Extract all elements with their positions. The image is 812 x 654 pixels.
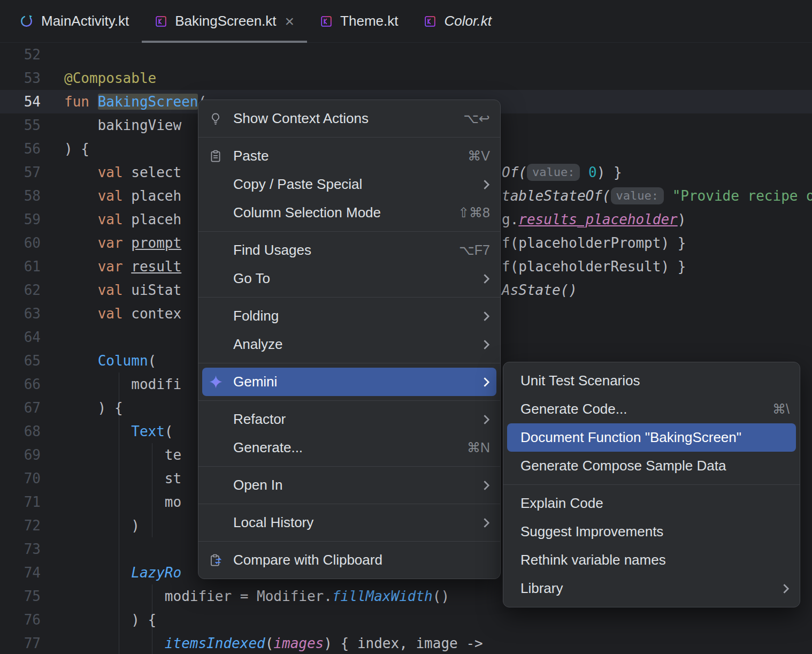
tab-mainactivity-kt[interactable]: MainActivity.kt xyxy=(6,0,142,42)
kotlin-icon xyxy=(155,15,167,28)
menu-item-label: Compare with Clipboard xyxy=(233,552,490,568)
tab-label: Theme.kt xyxy=(340,13,398,29)
code-token: ) { xyxy=(64,400,123,416)
menu-item-compare-with-clipboard[interactable]: Compare with Clipboard xyxy=(202,546,496,574)
tab-theme-kt[interactable]: Theme.kt xyxy=(307,0,411,42)
code-token: ) { xyxy=(64,612,156,628)
code-token: { index, image -> xyxy=(332,635,483,651)
code-token: images xyxy=(273,635,324,651)
menu-item-paste[interactable]: Paste⌘V xyxy=(202,142,496,170)
menu-item-refactor[interactable]: Refactor xyxy=(202,405,496,434)
line-number: 70 xyxy=(0,467,64,490)
code-text: @Composable xyxy=(64,70,156,86)
tab-label: MainActivity.kt xyxy=(41,13,129,29)
menu-item-copy-paste-special[interactable]: Copy / Paste Special xyxy=(202,170,496,199)
code-token: uiStat xyxy=(131,282,181,298)
line-number: 68 xyxy=(0,420,64,443)
code-text: ) { xyxy=(64,400,123,416)
chevron-right-icon xyxy=(483,273,490,284)
code-token: fun xyxy=(64,94,98,110)
code-text: LazyRo xyxy=(64,565,181,581)
code-text: te xyxy=(64,447,181,463)
line-number: 72 xyxy=(0,514,64,537)
menu-item-local-history[interactable]: Local History xyxy=(202,508,496,537)
menu-item-label: Explain Code xyxy=(520,495,790,512)
code-token: Column xyxy=(98,353,148,369)
menu-item-label: Refactor xyxy=(233,411,467,428)
code-text: mo xyxy=(64,494,181,510)
compose-icon xyxy=(19,14,34,28)
code-token: st xyxy=(64,470,181,486)
menu-separator xyxy=(198,400,500,401)
menu-item-shortcut: ⌘\ xyxy=(772,401,790,417)
menu-item-generate-compose-sample-data[interactable]: Generate Compose Sample Data xyxy=(507,452,796,480)
menu-separator xyxy=(198,137,500,138)
menu-item-open-in[interactable]: Open In xyxy=(202,471,496,499)
tab-label: BakingScreen.kt xyxy=(175,13,276,29)
menu-item-show-context-actions[interactable]: Show Context Actions⌥↩ xyxy=(202,104,496,133)
code-token: result xyxy=(131,258,181,275)
menu-item-folding[interactable]: Folding xyxy=(202,302,496,330)
menu-item-gemini[interactable]: Gemini xyxy=(202,368,496,396)
menu-item-label: Open In xyxy=(233,477,467,493)
chevron-right-icon xyxy=(483,179,490,190)
menu-item-column-selection-mode[interactable]: Column Selection Mode⇧⌘8 xyxy=(202,199,496,227)
code-text: val placeh xyxy=(64,188,181,204)
code-text: val select xyxy=(64,164,181,180)
menu-item-label: Unit Test Scenarios xyxy=(520,372,790,389)
menu-item-explain-code[interactable]: Explain Code xyxy=(507,489,796,518)
gemini-submenu: Unit Test ScenariosGenerate Code...⌘\Doc… xyxy=(503,362,800,607)
lightbulb-icon xyxy=(209,112,233,126)
editor-tabs: MainActivity.ktBakingScreen.kt×Theme.ktC… xyxy=(0,0,812,43)
menu-separator xyxy=(198,297,500,298)
line-number: 56 xyxy=(0,137,64,161)
code-token: tableStateOf( xyxy=(502,188,611,204)
menu-item-unit-test-scenarios[interactable]: Unit Test Scenarios xyxy=(507,367,796,395)
menu-item-suggest-improvements[interactable]: Suggest Improvements xyxy=(507,518,796,546)
code-token xyxy=(64,635,165,651)
menu-separator xyxy=(198,504,500,504)
menu-item-label: Document Function "BakingScreen" xyxy=(520,429,790,446)
line-number: 74 xyxy=(0,561,64,584)
code-token xyxy=(664,188,672,204)
menu-item-label: Copy / Paste Special xyxy=(233,176,467,193)
code-text: itemsIndexed(images) { index, image -> xyxy=(64,635,483,651)
menu-item-document-function-bakingscreen[interactable]: Document Function "BakingScreen" xyxy=(507,423,796,452)
tab-color-kt[interactable]: Color.kt xyxy=(411,0,504,42)
menu-separator xyxy=(198,363,500,363)
code-token: "Provide recipe of xyxy=(672,188,812,204)
code-token: Of( xyxy=(502,164,527,180)
code-text: ) { xyxy=(64,141,89,157)
code-text: modifi xyxy=(64,376,181,392)
tab-bakingscreen-kt[interactable]: BakingScreen.kt× xyxy=(142,0,307,42)
line-number: 63 xyxy=(0,302,64,325)
close-icon[interactable]: × xyxy=(285,13,295,29)
code-token xyxy=(64,306,98,322)
menu-item-library[interactable]: Library xyxy=(507,574,796,603)
menu-item-label: Gemini xyxy=(233,374,467,390)
code-text: fun BakingScreen( xyxy=(64,94,206,110)
code-token: val xyxy=(98,211,132,227)
compare-icon xyxy=(209,553,233,567)
menu-item-label: Library xyxy=(520,580,767,597)
code-token: f(placeholderResult) } xyxy=(502,258,686,275)
menu-item-label: Folding xyxy=(233,308,467,324)
code-token: results_placeholder xyxy=(518,211,677,227)
line-number: 61 xyxy=(0,255,64,278)
menu-item-rethink-variable-names[interactable]: Rethink variable names xyxy=(507,546,796,574)
menu-item-label: Generate... xyxy=(233,439,451,456)
code-token: g. xyxy=(502,211,518,227)
kotlin-icon xyxy=(320,15,333,28)
code-token: val xyxy=(98,282,132,298)
code-token: itemsIndexed xyxy=(165,635,265,651)
code-token xyxy=(64,164,98,180)
menu-item-analyze[interactable]: Analyze xyxy=(202,330,496,359)
code-token: var xyxy=(98,258,132,275)
menu-item-generate-code[interactable]: Generate Code...⌘\ xyxy=(507,395,796,423)
menu-item-label: Rethink variable names xyxy=(520,552,790,568)
menu-item-go-to[interactable]: Go To xyxy=(202,264,496,293)
menu-item-find-usages[interactable]: Find Usages⌥F7 xyxy=(202,236,496,264)
chevron-right-icon xyxy=(483,339,490,350)
code-token: contex xyxy=(131,306,181,322)
menu-item-generate[interactable]: Generate...⌘N xyxy=(202,434,496,462)
